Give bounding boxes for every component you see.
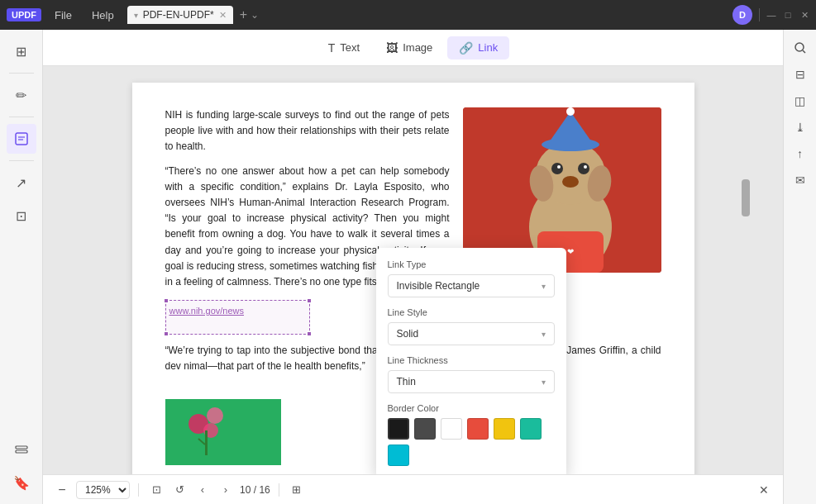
svg-point-17 (562, 176, 579, 188)
tab-close-icon[interactable]: ✕ (219, 10, 227, 21)
svg-point-26 (795, 43, 804, 51)
link-properties-popup: Link Type Invisible Rectangle ▾ Line Sty… (376, 248, 566, 474)
selection-handle-bl (164, 331, 169, 336)
red-swatch[interactable] (467, 418, 489, 440)
svg-point-22 (207, 407, 223, 424)
main-area: ⊞ ✏ ↗ ⊡ 🔖 T Text (0, 30, 816, 504)
line-thickness-select[interactable]: Thin ▾ (388, 370, 555, 393)
share-icon[interactable]: ↑ (789, 142, 812, 165)
rotate-button[interactable]: ↺ (170, 481, 188, 499)
page-indicator: 10 / 16 (240, 484, 270, 496)
yellow-swatch[interactable] (494, 418, 515, 440)
dark-gray-swatch[interactable] (414, 418, 436, 440)
fit-page-button[interactable]: ⊡ (147, 481, 165, 499)
zoom-select[interactable]: 125% (76, 481, 130, 499)
annotate-icon[interactable] (7, 124, 36, 154)
grid-view-button[interactable]: ⊞ (288, 481, 306, 499)
link-icon: 🔗 (459, 41, 473, 55)
image-tool-button[interactable]: 🖼 Image (375, 36, 444, 59)
close-editor-button[interactable]: ✕ (755, 481, 773, 499)
bookmark-icon[interactable]: 🔖 (7, 468, 36, 497)
svg-rect-4 (16, 450, 27, 453)
text-icon: T (328, 41, 336, 55)
help-menu[interactable]: Help (85, 6, 121, 25)
link-type-arrow-icon: ▾ (542, 282, 546, 291)
svg-rect-20 (165, 399, 281, 465)
mail-icon[interactable]: ✉ (789, 169, 812, 192)
white-swatch[interactable] (441, 418, 462, 440)
edit-toolbar: T Text 🖼 Image 🔗 Link (43, 30, 783, 66)
svg-rect-3 (16, 446, 27, 449)
file-menu[interactable]: File (48, 6, 79, 25)
sidebar-divider-1 (9, 73, 34, 74)
text-label: Text (340, 41, 360, 54)
line-style-select[interactable]: Solid ▾ (388, 322, 555, 345)
maximize-button[interactable]: □ (783, 10, 793, 20)
selection-handle-tr (307, 298, 312, 303)
close-window-button[interactable]: ✕ (799, 10, 809, 20)
svg-text:❤: ❤ (567, 247, 574, 256)
flower-image (165, 399, 281, 465)
next-page-button[interactable]: › (217, 481, 235, 499)
bottom-divider-1 (138, 483, 139, 497)
zoom-out-button[interactable]: − (53, 481, 71, 499)
pages-icon[interactable]: ⊞ (7, 36, 36, 66)
sidebar-divider-3 (9, 160, 34, 161)
content-area: ❤ NIH is funding large-scale surveys to … (43, 66, 783, 474)
image-label: Image (403, 41, 432, 54)
line-thickness-value: Thin (397, 376, 416, 388)
compress-icon[interactable]: ⤓ (789, 116, 812, 139)
search-icon[interactable] (789, 36, 812, 59)
selection-handle-br (307, 331, 312, 336)
tab-dropdown-icon[interactable]: ▾ (134, 11, 138, 20)
export-right-icon[interactable]: ⊟ (789, 63, 812, 86)
active-tab[interactable]: ▾ PDF-EN-UPDF* ✕ (127, 6, 233, 24)
border-color-label: Border Color (388, 403, 555, 413)
tab-area: ▾ PDF-EN-UPDF* ✕ + ⌄ (127, 6, 726, 24)
text-tool-button[interactable]: T Text (317, 36, 371, 59)
cyan-swatch[interactable] (388, 445, 409, 466)
bottom-toolbar: − 125% ⊡ ↺ ‹ › 10 / 16 ⊞ ✕ (43, 474, 783, 504)
edit-icon[interactable]: ✏ (7, 80, 36, 110)
layers-icon[interactable] (7, 435, 36, 464)
export-icon[interactable]: ↗ (7, 168, 36, 197)
svg-point-15 (557, 165, 561, 169)
line-style-value: Solid (397, 328, 419, 340)
link-type-label: Link Type (388, 259, 555, 269)
link-tool-button[interactable]: 🔗 Link (447, 36, 509, 59)
black-swatch[interactable] (388, 418, 409, 440)
ocr-icon[interactable]: ◫ (789, 89, 812, 112)
left-sidebar: ⊞ ✏ ↗ ⊡ 🔖 (0, 30, 43, 504)
line-thickness-label: Line Thickness (388, 355, 555, 365)
organize-icon[interactable]: ⊡ (7, 201, 36, 231)
image-icon: 🖼 (386, 41, 398, 55)
selection-handle-tl (164, 298, 169, 303)
svg-line-27 (803, 50, 805, 53)
svg-rect-24 (205, 430, 208, 455)
link-type-value: Invisible Rectangle (397, 280, 480, 292)
separator (759, 8, 760, 21)
border-color-swatches (388, 418, 555, 466)
sidebar-divider-2 (9, 116, 34, 117)
line-thickness-arrow-icon: ▾ (542, 378, 546, 387)
link-type-select[interactable]: Invisible Rectangle ▾ (388, 274, 555, 297)
link-label: Link (478, 41, 498, 54)
scrollbar-track (742, 66, 750, 445)
title-bar: UPDF File Help ▾ PDF-EN-UPDF* ✕ + ⌄ D — … (0, 0, 816, 30)
svg-rect-0 (16, 133, 27, 145)
total-pages: 16 (259, 484, 270, 496)
selection-box: www.nih.gov/news (165, 300, 310, 335)
pdf-page: ❤ NIH is funding large-scale surveys to … (132, 83, 694, 474)
tab-overflow-button[interactable]: ⌄ (251, 9, 259, 21)
line-style-arrow-icon: ▾ (542, 330, 546, 339)
app-logo: UPDF (7, 8, 41, 21)
add-tab-button[interactable]: + (240, 7, 247, 22)
teal-swatch[interactable] (520, 418, 542, 440)
svg-point-16 (584, 165, 587, 169)
svg-point-10 (566, 107, 575, 116)
svg-point-14 (578, 163, 589, 174)
prev-page-button[interactable]: ‹ (193, 481, 212, 499)
scrollbar-thumb[interactable] (742, 179, 750, 216)
minimize-button[interactable]: — (766, 10, 776, 20)
user-avatar[interactable]: D (732, 5, 752, 25)
